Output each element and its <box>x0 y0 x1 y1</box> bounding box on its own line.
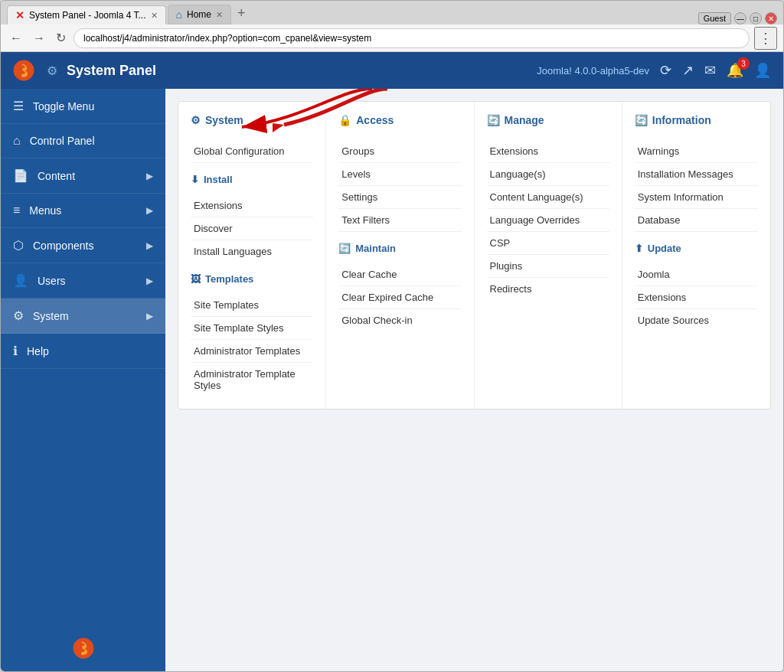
content-arrow: ▶ <box>146 171 153 181</box>
page-title: System Panel <box>67 63 156 79</box>
sidebar-item-system[interactable]: ⚙ System ▶ <box>1 298 165 334</box>
tab-close-btn[interactable]: ✕ <box>151 11 158 21</box>
update-title: ⬆ Update <box>635 243 758 257</box>
sidebar-item-menus[interactable]: ≡ Menus ▶ <box>1 194 165 228</box>
menu-item-install-languages[interactable]: Install Languages <box>191 240 313 263</box>
back-button[interactable]: ← <box>7 30 25 47</box>
sidebar-item-content[interactable]: 📄 Content ▶ <box>1 158 165 194</box>
sidebar-item-label: Toggle Menu <box>33 100 94 113</box>
menu-item-extensions-install[interactable]: Extensions <box>191 194 313 217</box>
sidebar-item-label: Control Panel <box>30 135 95 147</box>
sync-icon-btn[interactable]: ⟳ <box>660 62 671 79</box>
system-section-title: ⚙ System <box>191 114 313 131</box>
menu-item-site-templates[interactable]: Site Templates <box>191 294 313 317</box>
address-bar: ← → ↻ ⋮ <box>1 24 783 52</box>
top-header: ⚙ System Panel Joomla! 4.0.0-alpha5-dev … <box>1 52 783 89</box>
version-label: Joomla! 4.0.0-alpha5-dev <box>537 65 649 77</box>
menu-item-plugins[interactable]: Plugins <box>487 255 609 278</box>
menu-item-global-checkin[interactable]: Global Check-in <box>338 309 461 331</box>
browser-tabs: ✕ System Panel - Joomla 4 T... ✕ ⌂ Home … <box>1 1 783 24</box>
app-container: ⚙ System Panel Joomla! 4.0.0-alpha5-dev … <box>1 52 783 671</box>
update-subsection: ⬆ Update Joomla Extensions Update Source… <box>635 243 758 331</box>
sidebar-item-control-panel[interactable]: ⌂ Control Panel <box>1 124 165 158</box>
window-controls: Guest — □ ✕ <box>698 12 777 24</box>
maintain-title: 🔄 Maintain <box>338 243 461 257</box>
email-icon-btn[interactable]: ✉ <box>704 62 716 79</box>
sidebar-item-label: Components <box>33 240 93 252</box>
menu-item-extensions-update[interactable]: Extensions <box>635 286 758 309</box>
user-icon-btn[interactable]: 👤 <box>754 62 771 79</box>
notification-badge: 3 <box>737 57 750 70</box>
tab-home-close[interactable]: ✕ <box>216 10 223 20</box>
menu-item-global-config[interactable]: Global Configuration <box>191 140 313 163</box>
menu-item-warnings[interactable]: Warnings <box>635 140 758 163</box>
menu-item-redirects[interactable]: Redirects <box>487 278 609 300</box>
install-title: ⬇ Install <box>191 174 313 188</box>
templates-subsection: 🖼 Templates Site Templates Site Template… <box>191 273 313 396</box>
sidebar-item-users[interactable]: 👤 Users ▶ <box>1 263 165 298</box>
tab-home-label: Home <box>187 9 211 20</box>
menu-item-language-overrides[interactable]: Language Overrides <box>487 209 609 232</box>
new-tab-button[interactable]: + <box>233 4 250 23</box>
maximize-btn[interactable]: □ <box>750 12 762 24</box>
sidebar-item-label: Users <box>38 275 66 287</box>
information-section-title: 🔄 Information <box>635 114 758 131</box>
tab-active[interactable]: ✕ System Panel - Joomla 4 T... ✕ <box>7 5 166 24</box>
users-arrow: ▶ <box>146 276 153 286</box>
menu-item-groups[interactable]: Groups <box>338 140 461 163</box>
menu-item-system-information[interactable]: System Information <box>635 186 758 209</box>
menu-col-system: ⚙ System Global Configuration ⬇ Install … <box>178 102 326 409</box>
access-section-title: 🔒 Access <box>338 114 461 131</box>
tab-active-label: System Panel - Joomla 4 T... <box>29 10 146 21</box>
toggle-menu-icon: ☰ <box>13 99 24 113</box>
components-icon: ⬡ <box>13 238 24 253</box>
menu-item-database[interactable]: Database <box>635 209 758 232</box>
menu-col-information: 🔄 Information Warnings Installation Mess… <box>622 102 770 409</box>
notification-icon-btn[interactable]: 🔔 3 <box>727 62 743 79</box>
menu-item-admin-template-styles[interactable]: Administrator Template Styles <box>191 363 313 396</box>
menu-col-access: 🔒 Access Groups Levels Settings Text Fil… <box>326 102 474 409</box>
close-btn[interactable]: ✕ <box>765 12 777 24</box>
menu-item-levels[interactable]: Levels <box>338 163 461 186</box>
menu-item-joomla-update[interactable]: Joomla <box>635 263 758 286</box>
menu-item-extensions-manage[interactable]: Extensions <box>487 140 609 163</box>
main-layout: ☰ Toggle Menu ⌂ Control Panel 📄 Content … <box>1 89 783 671</box>
sidebar-footer <box>1 625 165 671</box>
control-panel-icon: ⌂ <box>13 134 21 148</box>
menu-item-admin-templates[interactable]: Administrator Templates <box>191 340 313 363</box>
menu-item-text-filters[interactable]: Text Filters <box>338 209 461 232</box>
system-arrow: ▶ <box>146 311 153 321</box>
menus-arrow: ▶ <box>146 205 153 216</box>
menu-item-content-languages[interactable]: Content Language(s) <box>487 186 609 209</box>
header-right: Joomla! 4.0.0-alpha5-dev ⟳ ↗ ✉ 🔔 3 👤 <box>537 62 771 79</box>
sidebar-item-label: System <box>33 310 69 322</box>
address-input[interactable] <box>74 28 750 48</box>
install-subsection: ⬇ Install Extensions Discover Install La… <box>191 174 313 263</box>
menu-item-installation-messages[interactable]: Installation Messages <box>635 163 758 186</box>
info-icon: 🔄 <box>635 114 648 126</box>
menu-col-manage: 🔄 Manage Extensions Language(s) Content … <box>475 102 622 409</box>
menu-item-clear-expired-cache[interactable]: Clear Expired Cache <box>338 286 461 309</box>
menu-item-update-sources[interactable]: Update Sources <box>635 309 758 331</box>
tab-home[interactable]: ⌂ Home ✕ <box>168 5 231 24</box>
help-icon: ℹ <box>13 344 18 358</box>
forward-button[interactable]: → <box>30 30 48 47</box>
sidebar-item-components[interactable]: ⬡ Components ▶ <box>1 228 165 263</box>
menu-item-csp[interactable]: CSP <box>487 232 609 255</box>
sidebar-item-toggle-menu[interactable]: ☰ Toggle Menu <box>1 89 165 124</box>
menu-item-settings[interactable]: Settings <box>338 186 461 209</box>
external-link-icon-btn[interactable]: ↗ <box>682 62 694 79</box>
minimize-btn[interactable]: — <box>734 12 746 24</box>
components-arrow: ▶ <box>146 240 153 251</box>
guest-indicator: Guest <box>698 12 731 24</box>
browser-window: ✕ System Panel - Joomla 4 T... ✕ ⌂ Home … <box>0 0 784 672</box>
menu-item-languages[interactable]: Language(s) <box>487 163 609 186</box>
maintain-subsection: 🔄 Maintain Clear Cache Clear Expired Cac… <box>338 243 461 331</box>
menu-item-site-template-styles[interactable]: Site Template Styles <box>191 317 313 340</box>
reload-button[interactable]: ↻ <box>53 29 69 47</box>
menu-item-discover[interactable]: Discover <box>191 217 313 240</box>
menu-item-clear-cache[interactable]: Clear Cache <box>338 263 461 286</box>
sidebar-item-help[interactable]: ℹ Help <box>1 334 165 369</box>
browser-menu-button[interactable]: ⋮ <box>754 27 777 50</box>
manage-icon: 🔄 <box>487 114 500 126</box>
